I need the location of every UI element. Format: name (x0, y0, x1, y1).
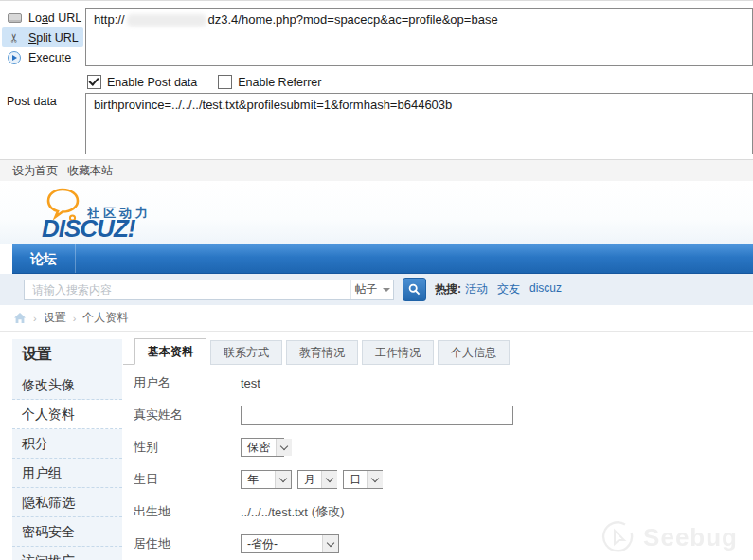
gender-select-value: 保密 (242, 439, 276, 456)
sidebar-item-promotion[interactable]: 访问推广 (12, 547, 122, 560)
sidebar-item-security[interactable]: 密码安全 (12, 517, 122, 547)
sidebar-item-privacy[interactable]: 隐私筛选 (12, 488, 122, 517)
sidebar-item-profile[interactable]: 个人资料 (12, 400, 122, 429)
birth-day-value: 日 (344, 471, 367, 488)
tab-work[interactable]: 工作情况 (362, 340, 434, 365)
logo-brand: DISCUZ! (42, 214, 134, 244)
url-prefix: http:// (94, 12, 125, 27)
scissors-icon: ✂ (6, 32, 23, 44)
sidebar-item-credits[interactable]: 积分 (12, 429, 122, 459)
url-suffix: dz3.4/home.php?mod=spacecp&ac=profile&op… (208, 12, 498, 27)
load-url-button[interactable]: Load URL (2, 8, 83, 27)
birthplace-label: 出生地 (123, 503, 241, 520)
settings-sidebar: 设置 修改头像 个人资料 积分 用户组 隐私筛选 密码安全 访问推广 (12, 339, 122, 560)
birth-month-select[interactable]: 月 (297, 470, 337, 489)
gender-label: 性别 (123, 439, 241, 456)
seebug-watermark: Seebug (601, 520, 738, 554)
chevron-down-icon (321, 471, 337, 488)
realname-row: 真实姓名 (123, 404, 753, 426)
set-homepage-link[interactable]: 设为首页 (12, 163, 58, 179)
birth-year-select[interactable]: 年 (241, 470, 292, 489)
hackbar-button-column: Load URL ✂ Split URL Execute (2, 8, 83, 67)
bookmark-site-link[interactable]: 收藏本站 (67, 163, 113, 179)
main-navbar: 论坛 (12, 244, 753, 274)
sidebar-item-avatar[interactable]: 修改头像 (12, 370, 122, 400)
breadcrumb-settings[interactable]: 设置 (44, 310, 66, 326)
breadcrumb-separator: › (73, 313, 77, 324)
search-scope-dropdown[interactable]: 帖子 (350, 280, 393, 299)
enable-post-data-checkbox[interactable] (87, 75, 101, 89)
residence-label: 居住地 (123, 535, 241, 552)
birth-day-select[interactable]: 日 (343, 470, 383, 489)
profile-tabs: 基本资料 联系方式 教育情况 工作情况 个人信息 (123, 339, 753, 365)
hot-search-label: 热搜: (435, 281, 461, 298)
search-input[interactable] (25, 281, 350, 298)
site-header: 社区动力 DISCUZ! (0, 181, 753, 244)
username-value: test (241, 376, 260, 390)
gender-select[interactable]: 保密 (241, 438, 284, 457)
site-top-strip: 设为首页 收藏本站 (0, 159, 753, 182)
tab-education[interactable]: 教育情况 (286, 340, 358, 365)
realname-input[interactable] (241, 406, 513, 425)
enable-referrer-checkbox[interactable] (218, 75, 232, 89)
discuz-logo[interactable]: 社区动力 DISCUZ! (42, 184, 155, 241)
username-row: 用户名 test (123, 371, 753, 394)
username-label: 用户名 (123, 374, 241, 391)
hackbar-options-row: Enable Post data Enable Referrer (87, 75, 342, 89)
enable-post-data-option[interactable]: Enable Post data (87, 75, 197, 89)
split-url-label: Split URL (28, 31, 79, 45)
tab-basic-info[interactable]: 基本资料 (134, 338, 206, 365)
birth-year-value: 年 (242, 471, 275, 488)
birthday-row: 生日 年 月 日 (123, 468, 753, 491)
post-data-input[interactable]: birthprovince=../../../test.txt&profiles… (85, 93, 753, 154)
residence-province-value: -省份- (242, 535, 322, 552)
breadcrumb: › 设置 › 个人资料 (0, 305, 753, 332)
magnifier-icon (408, 283, 421, 296)
load-url-label: Load URL (28, 11, 81, 25)
execute-button[interactable]: Execute (2, 47, 83, 67)
chevron-down-icon (367, 471, 383, 488)
watermark-text: Seebug (643, 523, 738, 552)
tab-contact[interactable]: 联系方式 (210, 340, 282, 365)
hot-link-friends[interactable]: 交友 (497, 281, 520, 298)
tab-baseline (123, 339, 134, 365)
realname-label: 真实姓名 (123, 406, 241, 424)
hot-link-activity[interactable]: 活动 (465, 281, 488, 298)
enable-referrer-label: Enable Referrer (238, 76, 321, 89)
sidebar-item-usergroup[interactable]: 用户组 (12, 459, 122, 488)
hackbar-panel: Load URL ✂ Split URL Execute http://dz3.… (0, 0, 753, 159)
birthplace-edit-link[interactable]: (修改) (312, 503, 345, 520)
search-strip: 帖子 热搜: 活动 交友 discuz (0, 274, 753, 305)
sidebar-title: 设置 (12, 339, 122, 370)
birth-month-value: 月 (298, 471, 321, 488)
url-redacted-blur (127, 14, 206, 27)
enable-referrer-option[interactable]: Enable Referrer (218, 75, 321, 89)
chevron-down-icon (322, 535, 338, 552)
gender-row: 性别 保密 (123, 436, 753, 459)
breadcrumb-profile[interactable]: 个人资料 (82, 310, 128, 326)
seebug-logo-icon (601, 520, 636, 554)
screen: Load URL ✂ Split URL Execute http://dz3.… (0, 0, 753, 560)
nav-item-forum[interactable]: 论坛 (12, 244, 76, 273)
post-data-label: Post data (7, 95, 57, 108)
split-url-button[interactable]: ✂ Split URL (2, 27, 83, 47)
home-icon[interactable] (13, 312, 27, 324)
enable-post-data-label: Enable Post data (107, 76, 197, 89)
search-button[interactable] (403, 278, 426, 301)
chevron-down-icon (275, 471, 291, 488)
chevron-down-icon (276, 439, 292, 456)
url-input[interactable]: http://dz3.4/home.php?mod=spacecp&ac=pro… (85, 8, 753, 66)
residence-province-select[interactable]: -省份- (241, 534, 339, 553)
tab-personal[interactable]: 个人信息 (438, 340, 510, 365)
hot-search-links: 活动 交友 discuz (465, 281, 571, 298)
chevron-down-icon (383, 288, 390, 292)
breadcrumb-separator: › (33, 313, 37, 324)
load-url-icon (6, 13, 23, 23)
birthday-label: 生日 (123, 471, 241, 488)
execute-label: Execute (28, 51, 71, 64)
search-box: 帖子 (24, 280, 394, 300)
hot-link-discuz[interactable]: discuz (529, 281, 562, 298)
search-scope-value: 帖子 (355, 281, 378, 298)
play-icon (6, 51, 23, 64)
birthplace-value: ../../../test.txt (241, 505, 308, 519)
